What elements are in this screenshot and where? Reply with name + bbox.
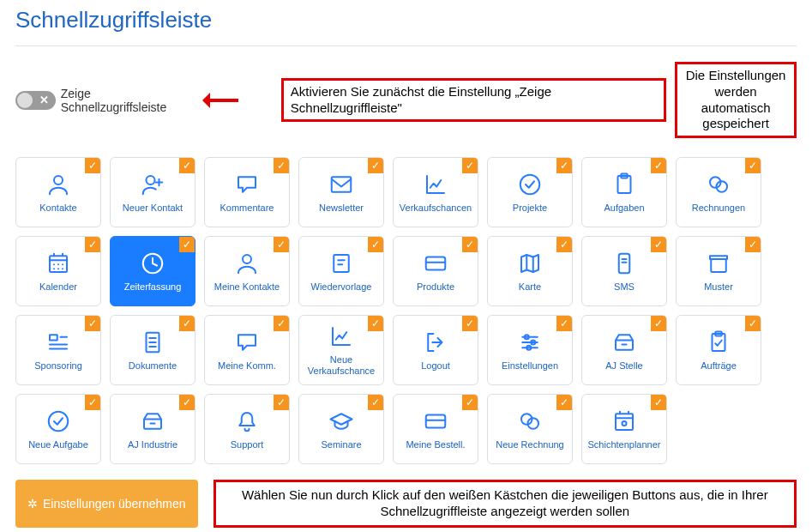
tile-kommentare[interactable]: ✓Kommentare bbox=[204, 157, 290, 227]
tile-support[interactable]: ✓Support bbox=[204, 394, 290, 464]
check-icon: ✓ bbox=[274, 395, 289, 410]
check-icon: ✓ bbox=[462, 395, 478, 410]
check-icon: ✓ bbox=[179, 237, 195, 252]
gear-icon: ✲ bbox=[27, 497, 38, 511]
tile-kalender[interactable]: ✓Kalender bbox=[15, 236, 101, 306]
tile-label: Meine Komm. bbox=[214, 360, 280, 372]
check-circle-icon bbox=[517, 172, 543, 197]
tile-wiedervorlage[interactable]: ✓Wiedervorlage bbox=[298, 236, 384, 306]
tile-projekte[interactable]: ✓Projekte bbox=[487, 157, 573, 227]
tile-karte[interactable]: ✓Karte bbox=[487, 236, 573, 306]
card-icon bbox=[423, 251, 448, 276]
tile-label: Produkte bbox=[413, 281, 458, 293]
phone-msg-icon bbox=[611, 251, 637, 276]
tile-label: Neue Aufgabe bbox=[25, 439, 92, 450]
chart-icon bbox=[423, 172, 448, 197]
page-title: Schnellzugriffsleiste bbox=[15, 7, 797, 33]
tile-aj-stelle[interactable]: ✓AJ Stelle bbox=[581, 315, 667, 385]
tile-einstellungen[interactable]: ✓Einstellungen bbox=[487, 315, 573, 385]
tile-label: AJ Industrie bbox=[124, 439, 181, 450]
tile-grid: ✓Kontakte✓Neuer Kontakt✓Kommentare✓Newsl… bbox=[15, 157, 797, 464]
person-icon bbox=[234, 251, 260, 276]
tile-label: Neuer Kontakt bbox=[119, 203, 186, 214]
tile-label: Neue Rechnung bbox=[492, 439, 568, 450]
tile-sponsoring[interactable]: ✓Sponsoring bbox=[15, 315, 101, 385]
tile-kontakte[interactable]: ✓Kontakte bbox=[15, 157, 101, 227]
tile-label: Einstellungen bbox=[498, 360, 562, 372]
check-icon: ✓ bbox=[274, 158, 289, 173]
tile-label: Wiedervorlage bbox=[308, 281, 376, 293]
tile-label: Seminare bbox=[317, 439, 364, 450]
check-icon: ✓ bbox=[368, 158, 383, 173]
tile-label: Kontakte bbox=[36, 203, 80, 214]
note-icon bbox=[328, 251, 354, 276]
tile-dokumente[interactable]: ✓Dokumente bbox=[110, 315, 195, 385]
tile-label: Logout bbox=[418, 360, 454, 372]
calendar-grid-icon bbox=[45, 251, 71, 276]
sliders-icon bbox=[517, 329, 543, 355]
check-icon: ✓ bbox=[85, 316, 100, 331]
drawer-icon bbox=[140, 408, 165, 434]
check-icon: ✓ bbox=[556, 316, 572, 331]
check-icon: ✓ bbox=[651, 395, 666, 410]
logout-icon bbox=[423, 329, 448, 355]
divider bbox=[15, 45, 797, 46]
clipboard-check-icon bbox=[706, 329, 731, 355]
mail-icon bbox=[328, 172, 354, 197]
tile-muster[interactable]: ✓Muster bbox=[676, 236, 761, 306]
tile-label: Aufgaben bbox=[600, 203, 647, 214]
check-icon: ✓ bbox=[85, 237, 100, 252]
tile-meine-kontakte[interactable]: ✓Meine Kontakte bbox=[204, 236, 290, 306]
check-icon: ✓ bbox=[462, 237, 478, 252]
check-icon: ✓ bbox=[651, 316, 666, 331]
tile-meine-bestell-[interactable]: ✓Meine Bestell. bbox=[393, 394, 478, 464]
tile-schichtenplanner[interactable]: ✓Schichtenplanner bbox=[581, 394, 667, 464]
tile-label: Muster bbox=[701, 281, 737, 293]
grad-cap-icon bbox=[328, 408, 354, 434]
check-icon: ✓ bbox=[368, 237, 383, 252]
tile-verkaufschancen[interactable]: ✓Verkaufschancen bbox=[393, 157, 478, 227]
tile-sms[interactable]: ✓SMS bbox=[581, 236, 667, 306]
tile-label: Newsletter bbox=[316, 203, 367, 214]
tile-auftr-ge[interactable]: ✓Aufträge bbox=[676, 315, 761, 385]
tile-neue-rechnung[interactable]: ✓Neue Rechnung bbox=[487, 394, 573, 464]
tile-neue-aufgabe[interactable]: ✓Neue Aufgabe bbox=[15, 394, 101, 464]
tile-label: AJ Stelle bbox=[602, 360, 646, 372]
tile-neue-verkaufschance[interactable]: ✓Neue Verkaufschance bbox=[298, 315, 384, 385]
clipboard-icon bbox=[611, 172, 637, 197]
check-icon: ✓ bbox=[651, 237, 666, 252]
tile-neuer-kontakt[interactable]: ✓Neuer Kontakt bbox=[110, 157, 195, 227]
tile-aufgaben[interactable]: ✓Aufgaben bbox=[581, 157, 667, 227]
tile-label: Zeiterfassung bbox=[121, 281, 185, 293]
person-icon bbox=[45, 172, 71, 197]
bell-icon bbox=[234, 408, 260, 434]
tile-aj-industrie[interactable]: ✓AJ Industrie bbox=[110, 394, 195, 464]
tile-label: Verkaufschancen bbox=[396, 203, 475, 214]
card-icon bbox=[423, 408, 448, 434]
tile-label: Karte bbox=[515, 281, 544, 293]
tile-zeiterfassung[interactable]: ✓Zeiterfassung bbox=[110, 236, 195, 306]
tile-label: Rechnungen bbox=[689, 203, 749, 214]
callout-activate: Aktivieren Sie zunächst die Einstellung … bbox=[281, 78, 666, 123]
tile-label: Schichtenplanner bbox=[584, 439, 664, 450]
tile-meine-komm-[interactable]: ✓Meine Komm. bbox=[204, 315, 290, 385]
check-icon: ✓ bbox=[274, 237, 289, 252]
check-icon: ✓ bbox=[274, 316, 289, 331]
list-lines-icon bbox=[45, 329, 71, 355]
map-icon bbox=[517, 251, 543, 276]
tile-logout[interactable]: ✓Logout bbox=[393, 315, 478, 385]
tile-label: SMS bbox=[611, 281, 638, 293]
check-icon: ✓ bbox=[745, 316, 761, 331]
toggle-label: Zeige Schnellzugriffsleiste bbox=[61, 87, 196, 114]
tile-newsletter[interactable]: ✓Newsletter bbox=[298, 157, 384, 227]
check-icon: ✓ bbox=[745, 237, 761, 252]
tile-label: Support bbox=[227, 439, 268, 450]
apply-settings-button[interactable]: ✲ Einstellungen übernehmen bbox=[15, 480, 198, 528]
tile-produkte[interactable]: ✓Produkte bbox=[393, 236, 478, 306]
check-circle-icon bbox=[45, 408, 71, 434]
tile-seminare[interactable]: ✓Seminare bbox=[298, 394, 384, 464]
chart-icon bbox=[328, 323, 354, 349]
clock-icon bbox=[140, 251, 165, 276]
tile-rechnungen[interactable]: ✓Rechnungen bbox=[676, 157, 761, 227]
show-quickbar-toggle[interactable]: ✕ bbox=[15, 91, 56, 110]
